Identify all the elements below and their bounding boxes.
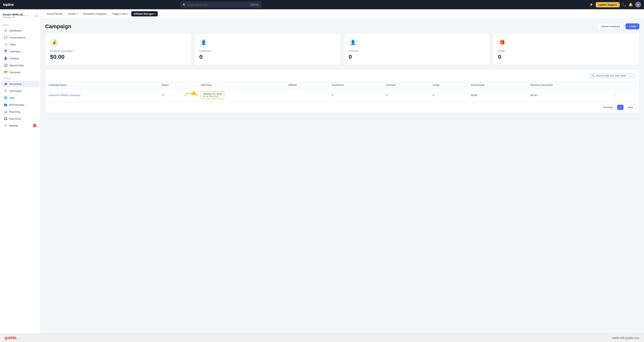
col-actions: [610, 82, 639, 89]
col-commission: Commission: [468, 82, 528, 89]
bell-icon[interactable]: 🔔: [628, 3, 633, 7]
sidebar-item-label: Conversations: [9, 36, 25, 39]
sidebar-item-label: Dashboard: [9, 29, 22, 32]
search-icon: 🔍: [182, 3, 186, 6]
sidebar-item-opportunities[interactable]: 🔄 Opportunities: [1, 62, 39, 69]
sidebar-item-label: Payments: [9, 71, 20, 74]
campaigns-table: Campaign Name Status Start Date Affiliat…: [45, 82, 639, 102]
subnav-emails[interactable]: Emails ▾: [66, 11, 80, 17]
workspace-selector[interactable]: Dunder Mifflin (D... Scranton, PA ▾ ⊡: [0, 12, 40, 21]
campaigns-table-section: 🔍 Search with first, last name Campaign …: [45, 70, 639, 113]
start-time-value: 03:36 PM (EST): [203, 95, 222, 98]
row-actions-button[interactable]: ⋮: [614, 93, 617, 97]
sidebar-item-helpdesk[interactable]: 🎧 Help Desk: [1, 115, 39, 122]
sidebar-item-memberships[interactable]: 👥 Memberships: [1, 101, 39, 108]
revenue-label: Revenue Generated: [50, 50, 187, 52]
col-campaign-name: Campaign Name: [45, 82, 158, 89]
search-icon: 🔍: [592, 74, 594, 77]
phone-icon[interactable]: 📞: [622, 3, 626, 7]
col-customers: Customers: [329, 82, 383, 89]
sidebar-item-dashboard[interactable]: ⊞ Dashboard: [1, 27, 39, 34]
tools-section-label: Tools: [0, 76, 40, 80]
customers-label: Customers: [200, 50, 336, 52]
churned-label: Churned: [349, 50, 485, 52]
topnav-right: ⚡ topline Support 📞 🔔 U: [589, 2, 641, 8]
pause-icon: ⏸: [162, 93, 165, 97]
reporting-icon: 📊: [4, 110, 7, 113]
start-date-highlight-box: January 22, 2024 03:36 PM (EST): [201, 91, 224, 99]
search-placeholder-text: Search with first, last name: [596, 74, 626, 77]
search-bar[interactable]: 🔍 Ctrl + K: [180, 2, 262, 8]
commission-cell: $0.00: [468, 89, 528, 102]
sidebar-item-label: Mailfold: [9, 124, 18, 127]
subnav-templates[interactable]: Templates (Snippets): [81, 11, 109, 17]
sidebar-item-marketing[interactable]: 📣 Marketing: [1, 81, 39, 87]
table-toolbar: 🔍 Search with first, last name: [45, 70, 639, 82]
sidebar-item-label: Automation: [9, 90, 22, 92]
add-button[interactable]: + Add: [626, 23, 639, 29]
leads-value: 0: [498, 54, 635, 60]
support-button[interactable]: topline Support: [596, 2, 620, 7]
leads-cell: 0: [430, 89, 468, 102]
sidebar-item-mailfold[interactable]: ✉ Mailfold 14: [1, 122, 39, 129]
subnav-social-planner[interactable]: Social Planner: [44, 11, 65, 17]
page-header-actions: Submit Feedback + Add: [598, 23, 639, 30]
marketing-icon: 📣: [4, 82, 7, 86]
customers-icon: 👤: [200, 38, 208, 47]
app-logo: topline: [3, 3, 14, 7]
subnav: Social Planner Emails ▾ Templates (Snipp…: [40, 9, 644, 19]
search-shortcut: Ctrl + K: [250, 3, 259, 6]
pagination: Previous 1 Next: [45, 102, 639, 113]
sidebar-item-calendars[interactable]: 📅 Calendars: [1, 48, 39, 55]
leads-label: Leads: [498, 50, 635, 52]
affiliate-cell: [285, 89, 329, 102]
next-button[interactable]: Next: [625, 105, 635, 110]
workspace-location: Scranton, PA: [3, 16, 25, 18]
sidebar-collapse-button[interactable]: ⊡: [35, 14, 38, 18]
subnav-affiliate-manager[interactable]: Affiliate Manager ▾: [131, 11, 158, 17]
apps-section-label: Apps: [0, 23, 40, 27]
sidebar-item-sites[interactable]: 🌐 Sites: [1, 95, 39, 101]
leads-icon: 🎁: [498, 38, 506, 47]
guidde-footer: guidde. Made with guidde.com: [0, 333, 644, 342]
affiliate-manager-dropdown-icon: ▾: [154, 13, 156, 15]
start-date-cell: January 22, 2024 03:36 PM (EST): [198, 89, 285, 102]
guidde-tagline: Made with guidde.com: [612, 336, 639, 339]
sidebar-item-reporting[interactable]: 📊 Reporting: [1, 108, 39, 115]
customers-value: 0: [200, 54, 336, 60]
calendars-icon: 📅: [4, 50, 7, 53]
sidebar-item-automation[interactable]: ⚙ Automation: [1, 88, 39, 94]
table-header-row: Campaign Name Status Start Date Affiliat…: [45, 82, 639, 89]
payments-icon: 💳: [4, 71, 7, 74]
col-revenue-generated: Revenue Generated: [528, 82, 610, 89]
page-1-button[interactable]: 1: [617, 105, 624, 110]
previous-button[interactable]: Previous: [601, 105, 616, 110]
sidebar-item-tasks[interactable]: ☑ Tasks: [1, 41, 39, 48]
dashboard-icon: ⊞: [4, 29, 7, 32]
revenue-generated-cell: $0.00: [528, 89, 610, 102]
lightning-icon[interactable]: ⚡: [589, 3, 594, 7]
stat-cards: 💰 Revenue Generated $0.00 👤 Customers 0 …: [45, 34, 639, 65]
sidebar-item-payments[interactable]: 💳 Payments: [1, 69, 39, 76]
feedback-button[interactable]: Submit Feedback: [598, 23, 624, 30]
subnav-trigger-links[interactable]: Trigger Links ▾: [110, 11, 130, 17]
stat-card-leads: 🎁 Leads 0: [493, 34, 640, 65]
sidebar-item-conversations[interactable]: 💬 Conversations: [1, 34, 39, 41]
avatar[interactable]: U: [635, 2, 641, 8]
guidde-logo: guidde.: [5, 336, 17, 340]
contacts-icon: 👤: [4, 57, 7, 60]
mailfold-icon: ✉: [4, 124, 7, 127]
search-input[interactable]: [187, 3, 248, 6]
actions-cell: ⋮: [610, 89, 639, 102]
table-search-bar[interactable]: 🔍 Search with first, last name: [589, 73, 635, 79]
col-affiliate: Affiliate: [285, 82, 329, 89]
emails-dropdown-icon: ▾: [77, 13, 78, 15]
col-leads: Leads: [430, 82, 468, 89]
sidebar-item-contacts[interactable]: 👤 Contacts: [1, 55, 39, 62]
campaign-link[interactable]: Awesome Affiliate Campaign: [48, 94, 80, 97]
mailfold-badge: 14: [33, 124, 36, 127]
page-title: Campaign: [45, 23, 71, 30]
stat-card-customers: 👤 Customers 0: [194, 34, 341, 65]
sidebar-item-label: Help Desk: [9, 117, 21, 120]
page-header: Campaign Submit Feedback + Add: [45, 23, 639, 30]
